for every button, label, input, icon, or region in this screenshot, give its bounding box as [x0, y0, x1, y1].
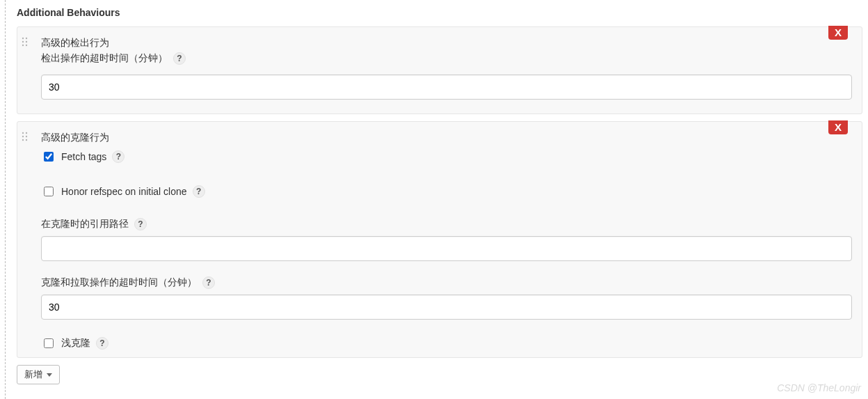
add-button-label: 新增: [24, 368, 42, 381]
honor-refspec-label: Honor refspec on initial clone: [61, 186, 187, 197]
chevron-down-icon: [47, 373, 52, 377]
refpath-input[interactable]: [41, 236, 852, 261]
svg-point-11: [26, 139, 27, 141]
shallow-clone-label: 浅克隆: [61, 337, 90, 350]
add-behaviour-button[interactable]: 新增: [17, 365, 60, 384]
help-icon[interactable]: ?: [96, 337, 108, 350]
remove-behaviour-button[interactable]: X: [828, 26, 848, 40]
svg-point-4: [22, 45, 24, 46]
help-icon[interactable]: ?: [112, 150, 124, 163]
honor-refspec-checkbox[interactable]: [44, 187, 54, 196]
shallow-clone-checkbox[interactable]: [44, 338, 54, 348]
clone-timeout-input[interactable]: [41, 295, 852, 320]
svg-point-6: [22, 132, 24, 134]
help-icon[interactable]: ?: [173, 52, 186, 65]
remove-behaviour-button[interactable]: X: [828, 120, 848, 134]
svg-point-10: [22, 139, 24, 141]
svg-point-5: [26, 45, 27, 46]
behaviour-panel-clone: X 高级的克隆行为 Fetch tags ? Honor refspec on …: [17, 121, 862, 358]
behaviour-panel-checkout: X 高级的检出行为 检出操作的超时时间（分钟） ?: [17, 26, 862, 114]
checkout-timeout-input[interactable]: [41, 75, 852, 100]
svg-point-7: [26, 132, 27, 134]
panel-heading-checkout: 高级的检出行为: [41, 37, 852, 49]
drag-handle-icon[interactable]: [22, 132, 28, 141]
svg-point-2: [22, 41, 24, 42]
svg-point-1: [26, 38, 27, 39]
svg-point-3: [26, 41, 27, 42]
svg-point-0: [22, 38, 24, 39]
svg-point-9: [26, 136, 27, 137]
fetch-tags-label: Fetch tags: [61, 151, 106, 162]
section-left-guideline: [5, 0, 6, 399]
clone-timeout-label: 克隆和拉取操作的超时时间（分钟）: [41, 276, 197, 289]
drag-handle-icon[interactable]: [22, 37, 28, 47]
section-title: Additional Behaviours: [17, 7, 862, 18]
svg-point-8: [22, 136, 24, 137]
panel-heading-clone: 高级的克隆行为: [41, 132, 852, 144]
fetch-tags-checkbox[interactable]: [44, 152, 54, 162]
refpath-label: 在克隆时的引用路径: [41, 218, 129, 230]
help-icon[interactable]: ?: [193, 185, 205, 198]
checkout-timeout-label: 检出操作的超时时间（分钟）: [41, 52, 168, 65]
help-icon[interactable]: ?: [202, 276, 215, 289]
help-icon[interactable]: ?: [134, 218, 147, 230]
